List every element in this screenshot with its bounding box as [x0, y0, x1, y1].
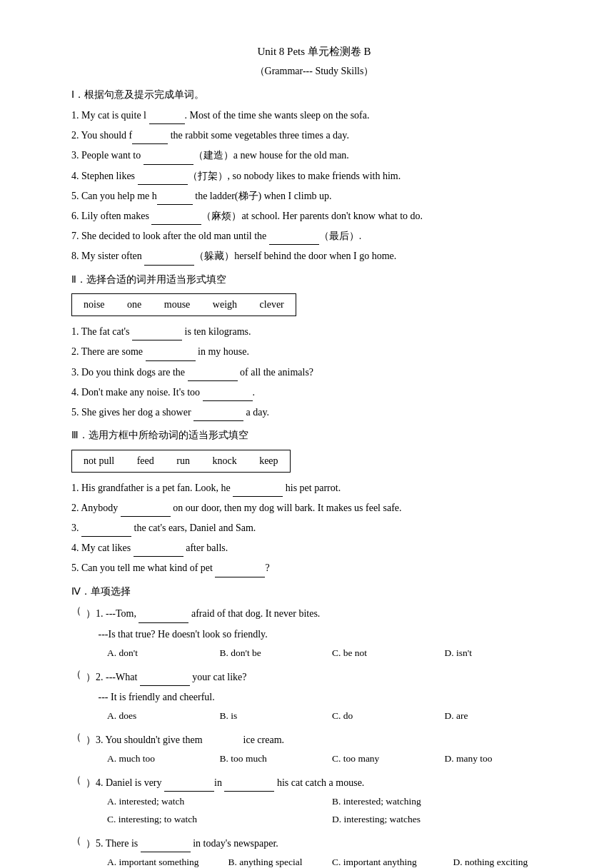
opt-5c: C. important anything	[332, 854, 453, 868]
opt-2c: C. do	[332, 708, 445, 725]
list-item: 5. She gives her dog a shower a day.	[71, 403, 557, 421]
list-item: 2. There are some in my house.	[71, 343, 557, 360]
question-4: （ ）4. Daniel is very in his cat catch a …	[71, 772, 557, 829]
list-item: 1. My cat is quite l . Most of the time …	[71, 106, 557, 124]
q4-options: A. interested; watch B. interested; watc…	[107, 794, 557, 810]
section3-word-box: not pull feed run knock keep	[71, 450, 291, 473]
list-item: 8. My sister often （躲藏）herself behind th…	[71, 247, 557, 265]
opt-4a: A. interested; watch	[107, 794, 332, 810]
list-item: 4. My cat likes after balls.	[71, 539, 557, 557]
q1-sub: ---Is that true? He doesn't look so frie…	[86, 625, 557, 643]
q2-sub: --- It is friendly and cheerful.	[86, 688, 557, 706]
section2-header: Ⅱ．选择合适的词并用适当形式填空	[71, 271, 557, 288]
q4-options2: C. interesting; to watch D. interesting;…	[107, 812, 557, 828]
section4-header: Ⅳ．单项选择	[71, 583, 557, 600]
opt-4c: C. interesting; to watch	[107, 812, 332, 828]
opt-2d: D. are	[445, 708, 558, 725]
list-item: 5. Can you help me h the ladder(梯子) when…	[71, 187, 557, 205]
q5-stem: ）5. There is in today's newspaper.	[86, 834, 557, 852]
page-subtitle: （Grammar--- Study Skills）	[71, 63, 557, 80]
opt-1d: D. isn't	[445, 645, 558, 662]
word-knock: knock	[212, 455, 236, 466]
list-item: 2. You should f the rabbit some vegetabl…	[71, 126, 557, 144]
opt-2b: B. is	[220, 708, 333, 725]
list-item: 7. She decided to look after the old man…	[71, 227, 557, 245]
paren-1: （	[71, 602, 86, 620]
q3-stem: ）3. You shouldn't give them ice cream.	[86, 731, 557, 749]
section3-header: Ⅲ．选用方框中所给动词的适当形式填空	[71, 427, 557, 444]
opt-3b: B. too much	[220, 751, 333, 767]
opt-3d: D. many too	[445, 751, 558, 767]
opt-3a: A. much too	[107, 751, 220, 767]
section1-items: 1. My cat is quite l . Most of the time …	[71, 106, 557, 266]
q2-stem: ）2. ---What your cat like?	[86, 668, 557, 686]
question-5: （ ）5. There is in today's newspaper. A. …	[71, 832, 557, 868]
word-one: one	[127, 299, 141, 310]
list-item: 6. Lily often makes （麻烦）at school. Her p…	[71, 207, 557, 225]
opt-4d: D. interesting; watches	[332, 812, 557, 828]
list-item: 5. Can you tell me what kind of pet ?	[71, 559, 557, 577]
word-clever: clever	[260, 299, 284, 310]
paren-3: （	[71, 729, 86, 746]
q4-stem: ）4. Daniel is very in his cat catch a mo…	[86, 774, 557, 792]
section3-items: 1. His grandfather is a pet fan. Look, h…	[71, 479, 557, 577]
word-weigh: weigh	[213, 299, 237, 310]
word-run: run	[176, 455, 190, 466]
list-item: 1. The fat cat's is ten kilograms.	[71, 323, 557, 340]
q1-stem: ）1. ---Tom, afraid of that dog. It never…	[86, 605, 557, 622]
word-mouse: mouse	[164, 299, 191, 310]
opt-5d: D. nothing exciting	[453, 854, 557, 868]
q3-options: A. much too B. too much C. too many D. m…	[107, 751, 557, 767]
list-item: 1. His grandfather is a pet fan. Look, h…	[71, 479, 557, 497]
word-feed: feed	[137, 455, 154, 466]
list-item: 3. People want to （建造）a new house for th…	[71, 146, 557, 164]
section2-items: 1. The fat cat's is ten kilograms. 2. Th…	[71, 323, 557, 421]
list-item: 4. Stephen likes （打架）, so nobody likes t…	[71, 167, 557, 185]
q2-options: A. does B. is C. do D. are	[107, 708, 557, 725]
section2-word-box: noise one mouse weigh clever	[71, 293, 296, 316]
opt-5a: A. important something	[107, 854, 228, 868]
question-3: （ ）3. You shouldn't give them ice cream.…	[71, 729, 557, 769]
word-noise: noise	[84, 299, 105, 310]
page-title: Unit 8 Pets 单元检测卷 B	[71, 43, 557, 61]
opt-4b: B. interested; watching	[332, 794, 557, 810]
question-2: （ ）2. ---What your cat like? --- It is f…	[71, 666, 557, 726]
word-keep: keep	[259, 455, 278, 466]
opt-3c: C. too many	[332, 751, 445, 767]
paren-4: （	[71, 772, 86, 789]
list-item: 3. Do you think dogs are the of all the …	[71, 363, 557, 381]
opt-1a: A. don't	[107, 645, 220, 662]
list-item: 2. Anybody on our door, then my dog will…	[71, 499, 557, 517]
list-item: 3. the cat's ears, Daniel and Sam.	[71, 519, 557, 537]
paren-2: （	[71, 666, 86, 683]
opt-5b: B. anything special	[228, 854, 332, 868]
section1-header: Ⅰ．根据句意及提示完成单词。	[71, 86, 557, 104]
opt-1b: B. don't be	[220, 645, 333, 662]
list-item: 4. Don't make any noise. It's too .	[71, 383, 557, 401]
opt-2a: A. does	[107, 708, 220, 725]
question-1: （ ）1. ---Tom, afraid of that dog. It nev…	[71, 602, 557, 662]
opt-1c: C. be not	[332, 645, 445, 662]
q1-options: A. don't B. don't be C. be not D. isn't	[107, 645, 557, 662]
paren-5: （	[71, 832, 86, 849]
q5-options: A. important something B. anything speci…	[107, 854, 557, 868]
word-notpull: not pull	[84, 455, 114, 466]
